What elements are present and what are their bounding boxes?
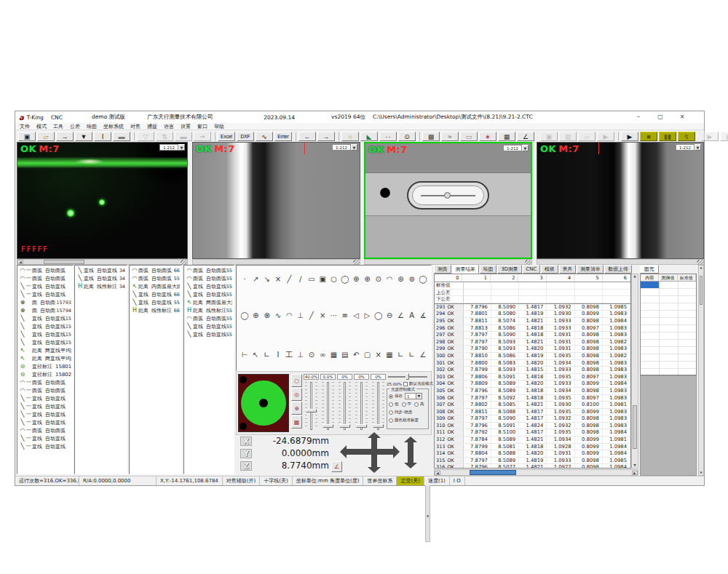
measure-tool-icon[interactable]: ∟ xyxy=(407,350,417,360)
sync-radio[interactable] xyxy=(389,410,393,415)
measure-tool-icon[interactable]: ▷ xyxy=(362,311,372,321)
toolbar-button[interactable]: ▩ xyxy=(422,132,440,141)
feature-item[interactable]: ⊕ 圆 自动圆 15794 xyxy=(17,306,73,314)
feature-list-3[interactable]: ◠ 圆弧 自动圆弧 66 ◠ 圆弧 自动圆弧 55 ↖ 距离 内圆弧最大距离 ╲… xyxy=(129,265,182,474)
measure-tool-icon[interactable]: ▭ xyxy=(306,274,317,284)
measure-tool-icon[interactable]: ▤ xyxy=(340,350,350,360)
results-tab[interactable]: 3D测量 xyxy=(497,265,521,274)
measure-tool-icon[interactable]: ◯ xyxy=(418,274,428,284)
ring-segment-button[interactable]: ◎ xyxy=(291,388,302,401)
results-tab[interactable]: 模板 xyxy=(541,265,558,274)
ring-segment-button[interactable]: ▦ xyxy=(291,415,302,428)
camera1-scrollbar[interactable]: ◀ xyxy=(17,259,188,265)
tolerance-row[interactable]: 上公差 xyxy=(435,290,630,297)
slider-thumb[interactable] xyxy=(323,424,333,428)
column-header[interactable]: 2 xyxy=(491,274,518,282)
measurement-row[interactable]: 297OK 7.8797 8.5090 1.4818 1.0931 0.8098… xyxy=(435,332,630,339)
toolbar-button[interactable]: ▣ xyxy=(18,132,36,141)
column-header[interactable]: 3 xyxy=(518,274,546,282)
feature-item[interactable]: ╲ *** 直线 自动直线 xyxy=(17,282,73,290)
light-channel-slider[interactable]: 40.0% xyxy=(304,374,319,431)
status-segment[interactable]: R/A:0.0000,0.0000 xyxy=(79,477,157,485)
toolbar-button[interactable]: ▼ xyxy=(75,132,92,141)
measurement-row[interactable]: 295OK 7.8811 8.5074 1.4821 1.0933 0.8098… xyxy=(435,318,630,325)
measure-tool-icon[interactable]: ∕ xyxy=(296,274,306,284)
toolbar-button[interactable] xyxy=(296,132,296,141)
camera-zoom-dropdown[interactable]: ▼ xyxy=(351,144,357,151)
feature-item[interactable]: ◠ 圆弧 自动圆弧 55 xyxy=(184,314,234,322)
toolbar-button[interactable]: ▬ xyxy=(175,132,192,141)
feature-item[interactable]: ╲ 直线 自动直线 15 xyxy=(17,322,73,330)
ring-segment-button[interactable]: ⊕ xyxy=(291,402,302,415)
camera-view-3-selected[interactable]: OKM:7 1-212▼ xyxy=(364,142,532,259)
measurement-row[interactable]: 308OK 7.8811 8.5088 1.4817 1.0935 0.8099… xyxy=(435,409,630,416)
measure-tool-icon[interactable]: ╱ xyxy=(306,311,317,321)
toolbar-button[interactable]: ▮▮ xyxy=(659,132,676,141)
feature-item[interactable]: ⊖ 直径标注 15802 xyxy=(17,370,73,378)
measure-tool-icon[interactable]: ∟ xyxy=(262,350,272,360)
measurement-row[interactable]: 307OK 7.8802 8.5085 1.4821 1.0930 0.8100… xyxy=(435,402,630,409)
toolbar-button[interactable]: ▭ xyxy=(460,132,478,141)
toolbar-button[interactable] xyxy=(215,132,215,141)
measure-tool-icon[interactable]: ⊙ xyxy=(373,274,384,284)
feature-item[interactable]: ╲ 直线 自动直线 34 xyxy=(75,266,127,274)
slider-track[interactable] xyxy=(371,380,386,431)
measurement-row[interactable]: 313OK 7.8799 8.5081 1.4818 1.0928 0.8099… xyxy=(435,444,630,451)
toolbar-button[interactable]: - - xyxy=(379,132,397,141)
measurement-row[interactable]: 316OK 7.8796 8.5077 1.4821 1.0927 0.8098… xyxy=(435,464,630,469)
feature-item[interactable]: ╲ *** 直线 自动直线 xyxy=(17,394,73,402)
measurement-row[interactable]: 311OK 7.8792 8.5100 1.4817 1.0935 0.8098… xyxy=(435,429,630,437)
measure-tool-icon[interactable]: ∟ xyxy=(395,350,405,360)
camera-zoom-dropdown[interactable]: ▼ xyxy=(522,145,529,151)
scroll-left-icon[interactable]: ◀ xyxy=(435,471,440,475)
element-column-header[interactable]: 标准值 xyxy=(678,274,696,281)
save-mode-radio[interactable] xyxy=(389,394,393,399)
feature-item[interactable]: ╲ *** 直线 自动直线 xyxy=(17,418,73,426)
toolbar-button[interactable]: Excel xyxy=(218,132,235,141)
status-segment[interactable]: 十字线(关) xyxy=(260,477,292,485)
menu-item[interactable]: 模式 xyxy=(36,123,47,130)
feature-list-4[interactable]: ◠ 圆弧 自动圆弧 55 ◠ 圆弧 自动圆弧 55 ╲ 直线 自动直线 55 ╲… xyxy=(183,265,234,474)
column-header[interactable]: 6 xyxy=(603,274,630,282)
feature-item[interactable]: ↖ 距离 两直线平均距离 xyxy=(17,346,73,354)
status-segment[interactable]: 对焦辅助(开) xyxy=(223,477,260,485)
results-tab[interactable]: 数据上传 xyxy=(604,265,631,274)
menu-item[interactable]: 设置 xyxy=(181,123,191,130)
measure-tool-icon[interactable]: ⋯ xyxy=(329,311,339,321)
measurement-row[interactable]: 306OK 7.8797 8.5092 1.4818 1.0935 0.8097… xyxy=(435,395,630,402)
menu-item[interactable]: 语言 xyxy=(164,123,174,130)
toolbar-button[interactable] xyxy=(134,132,135,141)
chevron-down-icon[interactable]: ▼ xyxy=(416,394,422,399)
feature-item[interactable]: ╲ *** 直线 自动直线 xyxy=(17,290,73,298)
column-header[interactable]: 5 xyxy=(574,274,602,282)
measure-tool-icon[interactable]: ◯ xyxy=(240,311,250,321)
status-segment[interactable]: 坐标单位:mm 角度单位(度) xyxy=(293,477,364,485)
element-column-header[interactable]: 测得值 xyxy=(659,274,677,281)
scrollbar-thumb[interactable] xyxy=(44,260,84,264)
feature-item[interactable]: ⊕ 圆 自动圆 15793 xyxy=(17,298,73,306)
feature-item[interactable]: ╲ 直线 自动直线 15 xyxy=(17,314,73,322)
toolbar-button[interactable]: ■ xyxy=(640,132,657,141)
measure-tool-icon[interactable]: ⊙ xyxy=(306,350,317,360)
feature-item[interactable]: H 距离 线性标注 34 xyxy=(75,282,127,290)
measure-tool-icon[interactable]: ∠ xyxy=(395,311,405,321)
feature-item[interactable]: ◠ 圆弧 自动圆弧 55 xyxy=(184,266,234,274)
results-tab[interactable]: CNC xyxy=(523,265,541,274)
status-segment[interactable]: I O xyxy=(450,477,465,485)
element-tab[interactable]: 图元 xyxy=(640,265,659,274)
feature-item[interactable]: ◠ *** 圆弧 自动圆弧 xyxy=(17,266,73,274)
measure-tool-icon[interactable]: ○ xyxy=(329,274,339,284)
resize-grip[interactable] xyxy=(353,260,360,265)
measurement-row[interactable]: 303OK 7.8806 8.5091 1.4818 1.0935 0.8097… xyxy=(435,374,630,381)
measure-tool-icon[interactable]: ◁ xyxy=(351,311,361,321)
status-segment[interactable]: 速度(1) xyxy=(424,477,450,485)
camera-view-2[interactable]: OKM:7 1-212▼ xyxy=(192,142,360,259)
status-segment[interactable]: 正交(关) xyxy=(397,477,424,485)
toolbar-button[interactable]: ∗ xyxy=(479,132,496,141)
resize-grip[interactable] xyxy=(697,260,703,265)
results-tab[interactable]: 测量结果 xyxy=(452,265,479,274)
toolbar-button[interactable] xyxy=(697,132,700,141)
measure-tool-icon[interactable]: ∞ xyxy=(317,350,328,360)
toolbar-button[interactable] xyxy=(339,132,339,141)
measure-tool-icon[interactable]: ∠ xyxy=(418,350,428,360)
